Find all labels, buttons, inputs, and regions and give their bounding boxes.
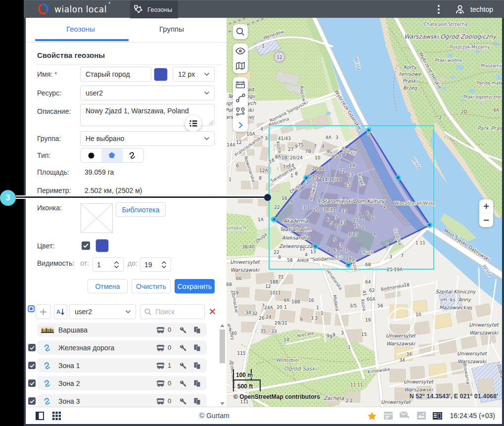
map-label: 6 <box>333 248 336 253</box>
map-visibility-button[interactable] <box>233 44 248 58</box>
list-resource-select[interactable]: user2 <box>69 304 136 319</box>
scroll-down-icon[interactable] <box>220 402 225 406</box>
vertex-handle[interactable] <box>346 263 351 268</box>
menu-dots-icon[interactable] <box>438 5 440 14</box>
save-button[interactable]: Сохранить <box>175 279 215 293</box>
map-label: 5 <box>367 132 370 137</box>
sort-button[interactable]: A <box>54 304 67 319</box>
map-expand-button[interactable] <box>233 119 248 132</box>
panel-toggle-icon[interactable] <box>36 412 44 420</box>
resource-select[interactable]: user2 <box>80 86 215 100</box>
geofence-list-item[interactable]: Железная дорога0 <box>37 340 207 355</box>
visibility-to-stepper[interactable]: 19 <box>140 257 171 272</box>
app-logo[interactable]: wialon local <box>37 2 107 16</box>
username[interactable]: techtop <box>470 5 493 13</box>
row-properties-button[interactable] <box>180 380 186 387</box>
search-box[interactable]: Поиск <box>140 304 205 319</box>
row-properties-button[interactable] <box>180 344 186 351</box>
row-copy-button[interactable] <box>194 362 200 369</box>
user-icon[interactable] <box>455 4 465 15</box>
units-count: 0 <box>156 344 171 351</box>
type-polygon-option[interactable] <box>101 148 122 162</box>
geofence-list-item[interactable]: Зона 20 <box>37 376 207 390</box>
apps-grid-icon[interactable] <box>52 412 61 420</box>
news-icon[interactable] <box>433 412 442 420</box>
geofence-list-item[interactable]: Зона 11 <box>37 358 207 373</box>
zoom-out-button[interactable]: − <box>479 213 493 227</box>
list-scrollbar[interactable] <box>219 323 226 407</box>
map-search-control[interactable] <box>233 24 248 39</box>
media-icon[interactable] <box>417 412 426 420</box>
thickness-select[interactable]: 12 px <box>173 67 215 82</box>
map-label: 34 <box>406 352 412 357</box>
map-label: 1 <box>316 305 319 310</box>
row-properties-button[interactable] <box>180 327 186 333</box>
group-select[interactable]: Не выбрано <box>80 131 215 146</box>
map-search-button[interactable] <box>233 24 248 39</box>
map-label: Warszawski Ogród Zoologiczny <box>404 33 497 40</box>
stepper-arrows-icon[interactable] <box>114 261 119 269</box>
map-markers-button[interactable] <box>233 105 248 119</box>
vertex-handle[interactable] <box>396 176 401 180</box>
visibility-from-stepper[interactable]: 1 <box>92 257 124 272</box>
map-label: 3 <box>315 316 318 321</box>
address-list-icon <box>189 120 197 127</box>
row-checkbox[interactable] <box>28 344 36 351</box>
row-copy-button[interactable] <box>194 398 200 405</box>
clear-button[interactable]: Очистить <box>132 279 171 293</box>
library-button[interactable]: Библиотека <box>116 202 166 217</box>
favorites-star-icon[interactable] <box>367 412 376 420</box>
row-checkbox[interactable] <box>28 379 36 387</box>
row-checkbox[interactable] <box>28 362 36 369</box>
zoom-in-button[interactable]: + <box>479 199 493 213</box>
icon-placeholder[interactable] <box>81 203 113 233</box>
map[interactable]: Wenedów112Romana SanguszkiRajcówKościeln… <box>227 18 502 407</box>
vertex-handle[interactable] <box>428 223 432 228</box>
map-label: 58 <box>287 258 293 263</box>
row-copy-button[interactable] <box>194 344 200 351</box>
scroll-up-icon[interactable] <box>220 324 225 328</box>
add-geofence-button[interactable] <box>36 304 51 319</box>
line-color-swatch[interactable] <box>154 68 168 81</box>
resize-handle-icon[interactable] <box>209 120 214 125</box>
map-ruler-button[interactable] <box>233 77 248 91</box>
map-source-button[interactable] <box>233 58 248 73</box>
geofence-list-item[interactable]: Зона 30 <box>37 394 207 407</box>
registry-icon[interactable] <box>384 412 393 420</box>
vertex-handle[interactable] <box>304 176 309 180</box>
geofence-list-item[interactable]: Варшава0 <box>37 323 207 337</box>
map-label: 1 <box>229 177 231 182</box>
row-copy-button[interactable] <box>194 380 200 387</box>
color-checkbox[interactable] <box>82 241 90 250</box>
address-tools-button[interactable] <box>185 115 201 132</box>
properties-wrench-icon <box>180 398 186 405</box>
close-list-icon[interactable] <box>209 308 216 315</box>
scrollbar-thumb[interactable] <box>220 330 225 363</box>
mail-notification-icon[interactable] <box>400 412 410 420</box>
map-canvas[interactable]: Wenedów112Romana SanguszkiRajcówKościeln… <box>227 18 502 407</box>
select-mode-icon[interactable] <box>28 305 35 312</box>
type-circle-option[interactable] <box>81 148 101 162</box>
name-input[interactable] <box>80 67 151 82</box>
chevron-down-icon <box>204 137 210 141</box>
map-label: Korty <box>404 64 417 70</box>
map-tool-controls <box>233 77 248 132</box>
row-copy-button[interactable] <box>194 327 200 333</box>
logo-text: wialon local <box>54 4 107 14</box>
row-properties-button[interactable] <box>180 398 186 405</box>
cancel-button[interactable]: Отмена <box>88 279 128 293</box>
map-label: Ptaki wodne <box>435 58 462 63</box>
map-routing-button[interactable] <box>233 91 248 105</box>
app-tab-geofences[interactable]: Геозоны <box>130 0 178 18</box>
vertex-handle[interactable] <box>313 244 318 249</box>
map-label: 2 <box>336 249 339 254</box>
type-line-option[interactable] <box>123 148 143 162</box>
map-attribution[interactable]: © OpenStreetMap contributors <box>233 393 320 400</box>
row-checkbox[interactable] <box>28 397 36 405</box>
stepper-arrows-icon[interactable] <box>161 261 167 269</box>
map-label: 13 <box>340 220 345 225</box>
fill-color-swatch[interactable] <box>95 239 109 252</box>
row-properties-button[interactable] <box>180 362 186 369</box>
map-label: Panda mała <box>477 81 502 86</box>
vertex-handle[interactable] <box>272 217 276 222</box>
